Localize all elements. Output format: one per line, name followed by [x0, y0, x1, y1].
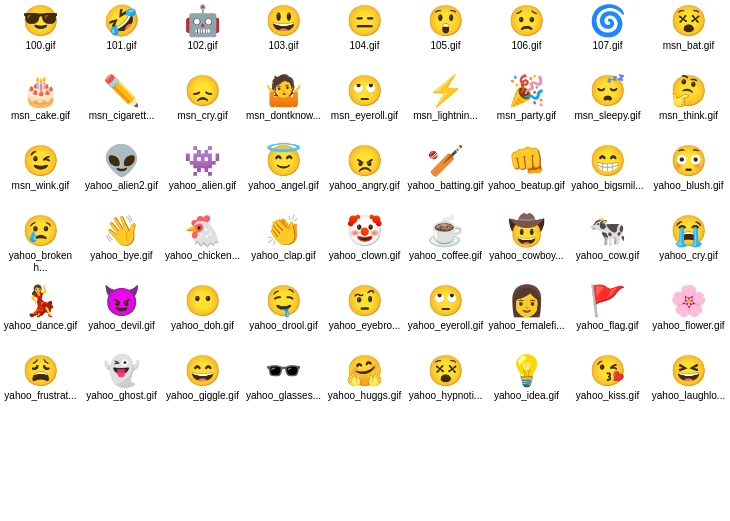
emoji-label: 106.gif — [511, 40, 541, 52]
list-item[interactable]: 👋yahoo_bye.gif — [81, 210, 162, 280]
emoji-label: msn_lightnin... — [413, 110, 477, 122]
emoji-label: yahoo_doh.gif — [171, 320, 234, 332]
emoji-icon: 🐄 — [589, 216, 626, 246]
emoji-label: yahoo_eyeroll.gif — [408, 320, 484, 332]
list-item[interactable]: 😩yahoo_frustrat... — [0, 350, 81, 420]
emoji-icon: 🤡 — [346, 216, 383, 246]
list-item[interactable]: 💃yahoo_dance.gif — [0, 280, 81, 350]
list-item[interactable]: 😁yahoo_bigsmil... — [567, 140, 648, 210]
list-item[interactable]: 😃103.gif — [243, 0, 324, 70]
emoji-icon: 😄 — [184, 356, 221, 386]
list-item[interactable]: ⚡msn_lightnin... — [405, 70, 486, 140]
list-item[interactable]: 🤔msn_think.gif — [648, 70, 729, 140]
emoji-label: msn_wink.gif — [12, 180, 70, 192]
list-item[interactable]: 😎100.gif — [0, 0, 81, 70]
emoji-label: 103.gif — [268, 40, 298, 52]
emoji-label: yahoo_chicken... — [165, 250, 240, 262]
emoji-label: yahoo_huggs.gif — [328, 390, 401, 402]
list-item[interactable]: 😢yahoo_brokenh... — [0, 210, 81, 280]
list-item[interactable]: 😆yahoo_laughlo... — [648, 350, 729, 420]
list-item[interactable]: 😴msn_sleepy.gif — [567, 70, 648, 140]
list-item[interactable]: 🤨yahoo_eyebro... — [324, 280, 405, 350]
list-item[interactable]: 😵msn_bat.gif — [648, 0, 729, 70]
list-item[interactable]: 😳yahoo_blush.gif — [648, 140, 729, 210]
emoji-icon: 🙄 — [427, 286, 464, 316]
list-item[interactable]: 🙄msn_eyeroll.gif — [324, 70, 405, 140]
emoji-icon: 😆 — [670, 356, 707, 386]
emoji-label: 107.gif — [592, 40, 622, 52]
list-item[interactable]: 🌸yahoo_flower.gif — [648, 280, 729, 350]
list-item[interactable]: 👽yahoo_alien2.gif — [81, 140, 162, 210]
emoji-icon: 😈 — [103, 286, 140, 316]
list-item[interactable]: 💡yahoo_idea.gif — [486, 350, 567, 420]
emoji-label: yahoo_bigsmil... — [571, 180, 643, 192]
list-item[interactable]: 🏏yahoo_batting.gif — [405, 140, 486, 210]
list-item[interactable]: 🤖102.gif — [162, 0, 243, 70]
list-item[interactable]: 🤤yahoo_drool.gif — [243, 280, 324, 350]
emoji-icon: 😵 — [670, 6, 707, 36]
emoji-label: yahoo_drool.gif — [249, 320, 317, 332]
list-item[interactable]: 👻yahoo_ghost.gif — [81, 350, 162, 420]
list-item[interactable]: 😵yahoo_hypnoti... — [405, 350, 486, 420]
list-item[interactable]: 🤣101.gif — [81, 0, 162, 70]
list-item[interactable]: 🐄yahoo_cow.gif — [567, 210, 648, 280]
list-item[interactable]: 👊yahoo_beatup.gif — [486, 140, 567, 210]
emoji-label: 100.gif — [25, 40, 55, 52]
list-item[interactable]: 😞msn_cry.gif — [162, 70, 243, 140]
list-item[interactable]: 😈yahoo_devil.gif — [81, 280, 162, 350]
emoji-label: yahoo_angry.gif — [329, 180, 399, 192]
list-item[interactable]: 😶yahoo_doh.gif — [162, 280, 243, 350]
emoji-icon: 😭 — [670, 216, 707, 246]
emoji-icon: 😘 — [589, 356, 626, 386]
emoji-icon: 😢 — [22, 216, 59, 246]
list-item[interactable]: 🐔yahoo_chicken... — [162, 210, 243, 280]
emoji-icon: 😃 — [265, 6, 302, 36]
emoji-icon: 🐔 — [184, 216, 221, 246]
list-item[interactable]: 😘yahoo_kiss.gif — [567, 350, 648, 420]
emoji-label: msn_cigarett... — [89, 110, 155, 122]
emoji-label: yahoo_alien.gif — [169, 180, 236, 192]
emoji-icon: 🤣 — [103, 6, 140, 36]
list-item[interactable]: 😄yahoo_giggle.gif — [162, 350, 243, 420]
list-item[interactable]: 😭yahoo_cry.gif — [648, 210, 729, 280]
list-item[interactable]: ☕yahoo_coffee.gif — [405, 210, 486, 280]
emoji-label: yahoo_beatup.gif — [488, 180, 565, 192]
emoji-label: yahoo_blush.gif — [653, 180, 723, 192]
emoji-icon: 😞 — [184, 76, 221, 106]
list-item[interactable]: 🕶️yahoo_glasses... — [243, 350, 324, 420]
emoji-icon: 😩 — [22, 356, 59, 386]
list-item[interactable]: 😲105.gif — [405, 0, 486, 70]
list-item[interactable]: 😇yahoo_angel.gif — [243, 140, 324, 210]
list-item[interactable]: 🤠yahoo_cowboy... — [486, 210, 567, 280]
list-item[interactable]: 👩yahoo_femalefi... — [486, 280, 567, 350]
list-item[interactable]: 👾yahoo_alien.gif — [162, 140, 243, 210]
list-item[interactable]: ✏️msn_cigarett... — [81, 70, 162, 140]
list-item[interactable]: 🌀107.gif — [567, 0, 648, 70]
list-item[interactable]: 🤡yahoo_clown.gif — [324, 210, 405, 280]
emoji-label: yahoo_flag.gif — [576, 320, 638, 332]
list-item[interactable]: 👏yahoo_clap.gif — [243, 210, 324, 280]
emoji-label: msn_bat.gif — [663, 40, 715, 52]
emoji-label: yahoo_brokenh... — [2, 250, 79, 274]
list-item[interactable]: 🎂msn_cake.gif — [0, 70, 81, 140]
list-item[interactable]: 😠yahoo_angry.gif — [324, 140, 405, 210]
emoji-icon: 🤖 — [184, 6, 221, 36]
list-item[interactable]: 🙄yahoo_eyeroll.gif — [405, 280, 486, 350]
list-item[interactable]: 🤗yahoo_huggs.gif — [324, 350, 405, 420]
list-item[interactable]: 😑104.gif — [324, 0, 405, 70]
emoji-label: yahoo_flower.gif — [652, 320, 724, 332]
emoji-label: yahoo_clown.gif — [329, 250, 401, 262]
emoji-label: 104.gif — [349, 40, 379, 52]
list-item[interactable]: 🤷msn_dontknow... — [243, 70, 324, 140]
emoji-label: msn_sleepy.gif — [575, 110, 641, 122]
emoji-icon: 😟 — [508, 6, 545, 36]
list-item[interactable]: 🎉msn_party.gif — [486, 70, 567, 140]
list-item[interactable]: 🚩yahoo_flag.gif — [567, 280, 648, 350]
list-item[interactable]: 😟106.gif — [486, 0, 567, 70]
emoji-label: 105.gif — [430, 40, 460, 52]
emoji-icon: 👩 — [508, 286, 545, 316]
list-item[interactable]: 😉msn_wink.gif — [0, 140, 81, 210]
emoji-label: yahoo_frustrat... — [4, 390, 76, 402]
emoji-icon: 🏏 — [427, 146, 464, 176]
emoji-icon: 🎂 — [22, 76, 59, 106]
